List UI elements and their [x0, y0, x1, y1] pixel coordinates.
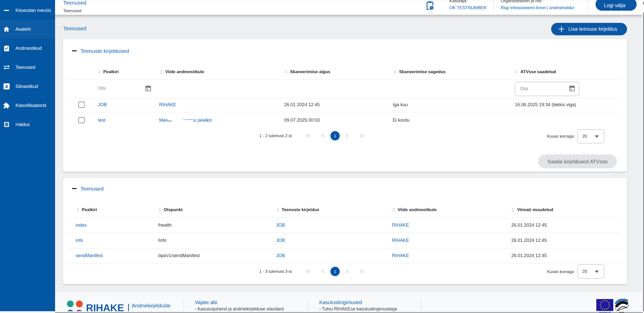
svg-text:A: A: [5, 84, 8, 89]
